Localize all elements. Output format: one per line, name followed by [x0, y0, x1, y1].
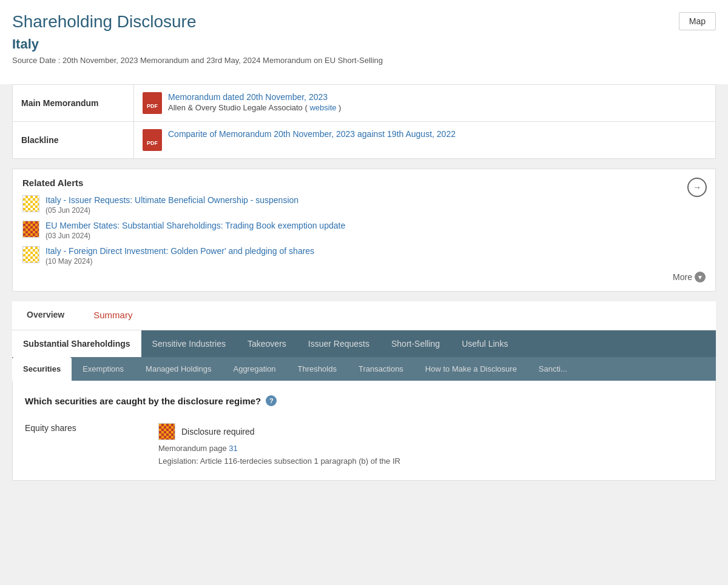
website-link[interactable]: website: [309, 103, 336, 112]
alert-icon-red: [22, 221, 39, 238]
pdf-icon-blackline: PDF: [143, 129, 162, 151]
legislation-ref: Legislation: Article 116-terdecies subse…: [158, 456, 400, 466]
blackline-label: Blackline: [13, 122, 134, 159]
tab-managed-holdings[interactable]: Managed Holdings: [135, 357, 222, 381]
question-text: Which securities are caught by the discl…: [25, 396, 261, 406]
section-question: Which securities are caught by the discl…: [25, 395, 703, 406]
memo-page-number-link[interactable]: 31: [229, 444, 237, 453]
tab-summary[interactable]: Summary: [79, 301, 147, 330]
more-link[interactable]: More ▼: [673, 272, 706, 282]
alert-text-block: EU Member States: Substantial Shareholdi…: [46, 221, 706, 240]
memo-page-prefix: Memorandum page: [158, 444, 229, 453]
tab-short-selling[interactable]: Short-Selling: [380, 330, 451, 357]
main-nav-tabs: Substantial Shareholdings Sensitive Indu…: [12, 330, 716, 357]
tab-takeovers[interactable]: Takeovers: [237, 330, 297, 357]
alert-text-block: Italy - Foreign Direct Investment: Golde…: [46, 246, 706, 266]
page-container: Shareholding Disclosure Italy Source Dat…: [0, 0, 728, 585]
help-icon[interactable]: ?: [266, 395, 277, 406]
alert-link[interactable]: Italy - Foreign Direct Investment: Golde…: [46, 246, 314, 256]
related-alerts-title: Related Alerts: [22, 178, 706, 188]
alert-icon-yellow: [22, 195, 39, 212]
tab-securities[interactable]: Securities: [12, 357, 72, 381]
more-label: More: [673, 272, 692, 282]
country-title: Italy: [12, 36, 716, 52]
alert-date: (05 Jun 2024): [46, 206, 706, 215]
tab-aggregation[interactable]: Aggregation: [222, 357, 286, 381]
svg-text:PDF: PDF: [147, 140, 158, 146]
main-memo-sub: Allen & Overy Studio Legale Associato ( …: [168, 103, 341, 112]
tab-how-to-make-disclosure[interactable]: How to Make a Disclosure: [414, 357, 528, 381]
blackline-row: Blackline PDF Comparite of Memorandum 20…: [13, 122, 716, 159]
header-section: Shareholding Disclosure Italy Source Dat…: [0, 0, 728, 84]
sub-nav-tabs: Securities Exemptions Managed Holdings A…: [12, 357, 716, 381]
more-row: More ▼: [22, 272, 706, 282]
tab-useful-links[interactable]: Useful Links: [451, 330, 519, 357]
alert-link[interactable]: Italy - Issuer Requests: Ultimate Benefi…: [46, 195, 298, 205]
disclosure-required-icon: [158, 423, 175, 440]
content-row: Equity shares Disclosure required Memora…: [25, 423, 703, 466]
overview-bar: Overview Summary: [12, 301, 716, 330]
alert-icon-yellow-2: [22, 246, 39, 263]
tab-sensitive-industries[interactable]: Sensitive Industries: [141, 330, 237, 357]
memo-page-ref: Memorandum page 31: [158, 444, 400, 453]
tab-thresholds[interactable]: Thresholds: [287, 357, 348, 381]
content-area: Which securities are caught by the discl…: [12, 381, 716, 481]
related-alerts-section: Related Alerts → Italy - Issuer Requests…: [12, 169, 716, 292]
tab-overview[interactable]: Overview: [12, 301, 79, 330]
main-memo-link[interactable]: Memorandum dated 20th November, 2023: [168, 92, 328, 102]
memorandum-table: Main Memorandum PDF Memorandum dated 20t…: [12, 84, 716, 159]
content-value: Disclosure required Memorandum page 31 L…: [158, 423, 400, 466]
more-chevron-icon: ▼: [695, 272, 706, 282]
tab-sanctions[interactable]: Sancti...: [528, 357, 578, 381]
alert-navigate-button[interactable]: →: [687, 178, 707, 197]
main-memorandum-content: PDF Memorandum dated 20th November, 2023…: [134, 85, 716, 122]
tab-transactions[interactable]: Transactions: [348, 357, 414, 381]
alert-date: (03 Jun 2024): [46, 232, 706, 240]
alert-link[interactable]: EU Member States: Substantial Shareholdi…: [46, 221, 345, 230]
tab-issuer-requests[interactable]: Issuer Requests: [297, 330, 380, 357]
alert-date: (10 May 2024): [46, 257, 706, 266]
svg-text:PDF: PDF: [147, 103, 158, 109]
blackline-text: Comparite of Memorandum 20th November, 2…: [168, 129, 456, 139]
main-memorandum-row: Main Memorandum PDF Memorandum dated 20t…: [13, 85, 716, 122]
list-item: EU Member States: Substantial Shareholdi…: [22, 221, 706, 240]
main-memorandum-text: Memorandum dated 20th November, 2023 All…: [168, 92, 341, 112]
main-memorandum-label: Main Memorandum: [13, 85, 134, 122]
tab-substantial-shareholdings[interactable]: Substantial Shareholdings: [12, 330, 141, 357]
list-item: Italy - Issuer Requests: Ultimate Benefi…: [22, 195, 706, 215]
blackline-link[interactable]: Comparite of Memorandum 20th November, 2…: [168, 129, 456, 139]
alert-text-block: Italy - Issuer Requests: Ultimate Benefi…: [46, 195, 706, 215]
map-button[interactable]: Map: [679, 12, 716, 30]
disclosure-badge: Disclosure required: [158, 423, 400, 440]
blackline-content: PDF Comparite of Memorandum 20th Novembe…: [134, 122, 716, 159]
equity-shares-label: Equity shares: [25, 423, 146, 433]
list-item: Italy - Foreign Direct Investment: Golde…: [22, 246, 706, 266]
pdf-icon-main: PDF: [143, 92, 162, 114]
disclosure-status: Disclosure required: [181, 427, 255, 436]
app-title: Shareholding Disclosure: [12, 12, 716, 32]
tab-exemptions[interactable]: Exemptions: [72, 357, 135, 381]
source-date: Source Date : 20th November, 2023 Memora…: [12, 56, 716, 65]
